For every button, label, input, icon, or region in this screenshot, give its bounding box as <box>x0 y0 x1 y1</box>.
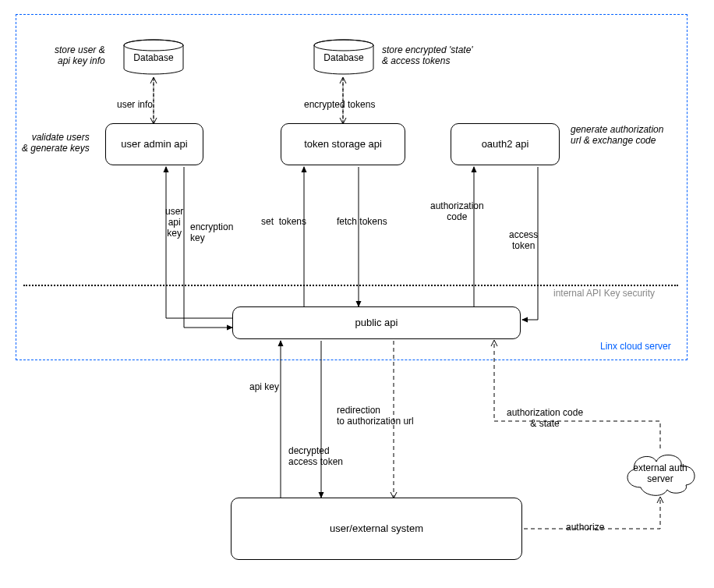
database-token: Database <box>313 39 374 75</box>
public-api-label: public api <box>355 317 398 329</box>
edge-authorize: authorize <box>566 522 604 533</box>
oauth2-api-label: oauth2 api <box>482 138 529 151</box>
external-system-label: user/external system <box>330 522 423 535</box>
user-admin-api-label: user admin api <box>121 138 187 151</box>
edge-access-token: access token <box>509 230 538 252</box>
edge-auth-code-state: authorization code & state <box>507 408 583 430</box>
edge-user-info: user info <box>117 100 153 111</box>
database-user-note: store user & api key info <box>55 45 105 67</box>
cloud-server-label: Linx cloud server <box>600 342 671 352</box>
token-storage-api-label: token storage api <box>304 138 382 151</box>
edge-redirection: redirection to authorization url <box>337 406 414 427</box>
oauth2-api-note: generate authorization url & exchange co… <box>571 125 663 147</box>
oauth2-api-box: oauth2 api <box>451 123 560 165</box>
database-token-note: store encrypted 'state' & access tokens <box>382 45 473 67</box>
internal-security-label: internal API Key security <box>553 289 655 299</box>
database-user: Database <box>123 39 184 75</box>
user-admin-api-note: validate users & generate keys <box>22 133 90 154</box>
edge-encryption-key: encryption key <box>190 222 233 244</box>
edge-decrypted-token: decrypted access token <box>288 446 343 468</box>
edge-fetch-tokens: fetch tokens <box>337 217 387 228</box>
edge-api-key: api key <box>249 382 279 393</box>
external-system-box: user/external system <box>231 498 522 560</box>
edge-authorization-code: authorization code <box>430 201 484 223</box>
external-auth-label: external auth server <box>617 463 703 485</box>
database-user-label: Database <box>123 52 184 63</box>
external-auth-cloud: external auth server <box>617 445 703 499</box>
diagram-canvas: Linx cloud server internal API Key secur… <box>0 0 714 588</box>
database-token-label: Database <box>313 52 374 63</box>
edge-set-tokens: set tokens <box>261 217 306 228</box>
internal-security-line <box>23 285 678 286</box>
token-storage-api-box: token storage api <box>281 123 405 165</box>
edge-encrypted-tokens: encrypted tokens <box>304 100 375 111</box>
edge-user-api-key: user api key <box>165 207 183 239</box>
user-admin-api-box: user admin api <box>105 123 203 165</box>
public-api-box: public api <box>232 306 521 339</box>
